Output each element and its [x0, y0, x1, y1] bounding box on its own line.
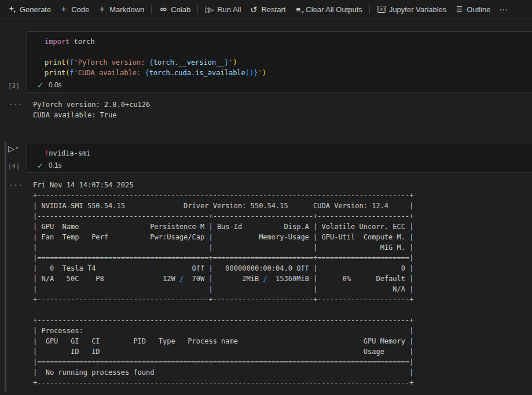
- cell-2-output-text: Fri Nov 14 14:07:54 2025+---------------…: [27, 180, 532, 388]
- output-line: | | | N/A |: [33, 284, 532, 294]
- outline-button[interactable]: ☰ Outline: [450, 3, 494, 16]
- outline-label: Outline: [467, 5, 490, 14]
- generate-button[interactable]: Generate: [3, 3, 55, 16]
- output-line: +---------------------------------------…: [33, 315, 532, 326]
- code-line: print(f'PyTorch version: {torch.__versio…: [45, 57, 532, 68]
- cell-1-duration: 0.0s: [49, 81, 62, 89]
- cell-1-output-gutter[interactable]: ···: [0, 99, 27, 120]
- toolbar-separator: [197, 5, 198, 14]
- restart-icon: ↺: [249, 5, 258, 14]
- cell-1-code[interactable]: import torchprint(f'PyTorch version: {to…: [27, 32, 532, 78]
- output-line: | | | MIG M. |: [33, 242, 532, 253]
- code-line: !nvidia-smi: [45, 148, 532, 158]
- token-txt: torch: [69, 38, 94, 46]
- code-line: [45, 47, 532, 57]
- token-fn: print: [45, 69, 65, 77]
- clear-all-outputs-button[interactable]: ≡ × Clear All Outputs: [289, 3, 366, 16]
- output-line: | N/A 50C P8 12W / 70W | 2MiB / 15360MiB…: [33, 274, 532, 284]
- cell-1-status-bar: ✓ 0.0s: [27, 78, 532, 92]
- more-actions-button[interactable]: ⋯: [495, 3, 512, 16]
- cell-2-editor: !nvidia-smi ✓ 0.1s: [27, 143, 532, 173]
- jupyter-variables-button[interactable]: (x) Jupyter Variables: [373, 3, 450, 16]
- output-line: | NVIDIA-SMI 550.54.15 Driver Version: 5…: [33, 201, 532, 211]
- path-link[interactable]: /: [263, 275, 267, 283]
- add-markdown-cell-button[interactable]: + Markdown: [93, 3, 148, 16]
- output-line: CUDA available: True: [33, 110, 532, 120]
- add-markdown-label: Markdown: [109, 5, 144, 14]
- token-fstr: f: [69, 69, 74, 77]
- token-b3: (: [245, 69, 250, 77]
- plus-icon: +: [59, 5, 68, 14]
- run-all-icon: ▷▷: [205, 5, 214, 14]
- cell-1-execution-count: [3]: [8, 82, 20, 90]
- generate-label: Generate: [20, 5, 51, 14]
- code-cell-2: ▷ ˅ [4] !nvidia-smi ✓ 0.1s: [0, 143, 532, 173]
- output-line: | GPU GI CI PID Type Process name GPU Me…: [33, 336, 532, 346]
- clear-all-icon: ≡ ×: [293, 5, 303, 14]
- cell-2-duration: 0.1s: [49, 161, 62, 169]
- variables-icon: (x): [377, 5, 386, 14]
- output-line: [33, 305, 532, 315]
- token-out: | N/A 50C P8 12W: [33, 275, 179, 283]
- run-all-label: Run All: [217, 5, 241, 14]
- colab-button[interactable]: ∞ Colab: [155, 3, 195, 16]
- cell-1-output: ··· PyTorch version: 2.8.0+cu126CUDA ava…: [0, 99, 532, 120]
- focused-cell-indicator: [5, 142, 6, 392]
- ellipsis-icon: ⋯: [499, 5, 508, 14]
- token-brc: {: [149, 58, 153, 67]
- outline-icon: ☰: [454, 5, 464, 14]
- token-brc: }: [254, 69, 258, 77]
- run-icon: ▷: [8, 144, 14, 153]
- notebook: [3] import torchprint(f'PyTorch version:…: [0, 19, 532, 388]
- cell-2-output-gutter[interactable]: ···: [0, 180, 27, 388]
- jupyter-variables-label: Jupyter Variables: [389, 5, 446, 14]
- code-cell-1: [3] import torchprint(f'PyTorch version:…: [0, 31, 532, 93]
- output-line: | Fan Temp Perf Pwr:Usage/Cap | Memory-U…: [33, 232, 532, 242]
- token-fstr: f: [69, 58, 74, 67]
- token-b1: ): [262, 69, 266, 77]
- cell-1-gutter: [3]: [0, 31, 27, 93]
- token-brc: {: [145, 69, 149, 77]
- token-out: 15360MiB | 0% Default |: [267, 275, 414, 283]
- token-var: torch.cuda.is_available: [149, 69, 245, 77]
- toolbar-separator: [369, 5, 370, 14]
- toolbar-separator: [151, 5, 152, 14]
- colab-label: Colab: [171, 5, 190, 14]
- output-line: +---------------------------------------…: [33, 294, 532, 305]
- output-line: | No running processes found |: [33, 367, 532, 378]
- chevron-down-icon: ˅: [16, 144, 19, 152]
- run-cell-button[interactable]: ▷ ˅: [8, 144, 19, 153]
- token-out: 70W | 2MiB: [184, 275, 263, 283]
- cell-2-gutter: ▷ ˅ [4]: [0, 143, 27, 173]
- token-str: ': [258, 69, 262, 77]
- cell-2-output: ··· Fri Nov 14 14:07:54 2025+-----------…: [0, 180, 532, 388]
- cell-2-code[interactable]: !nvidia-smi: [27, 143, 532, 158]
- output-line: | Processes: |: [33, 326, 532, 336]
- sparkle-icon: [8, 5, 17, 14]
- code-line: print(f'CUDA available: {torch.cuda.is_a…: [45, 68, 532, 78]
- run-all-button[interactable]: ▷▷ Run All: [201, 3, 245, 16]
- code-line: import torch: [45, 36, 532, 47]
- output-line: Fri Nov 14 14:07:54 2025: [33, 180, 532, 190]
- success-check-icon: ✓: [37, 81, 43, 90]
- clear-all-label: Clear All Outputs: [306, 5, 362, 14]
- output-line: +---------------------------------------…: [33, 378, 532, 388]
- output-line: | GPU Name Persistence-M | Bus-Id Disp.A…: [33, 222, 532, 232]
- output-line: PyTorch version: 2.8.0+cu126: [33, 99, 532, 110]
- restart-button[interactable]: ↺ Restart: [245, 3, 289, 16]
- code-cell-2-group: ▷ ˅ [4] !nvidia-smi ✓ 0.1s ··· Fri Nov 1…: [0, 143, 532, 388]
- cell-2-status-bar: ✓ 0.1s: [27, 158, 532, 172]
- cell-1-editor: import torchprint(f'PyTorch version: {to…: [27, 31, 532, 93]
- plus-icon: +: [97, 5, 107, 14]
- add-code-cell-button[interactable]: + Code: [55, 3, 93, 16]
- infinity-icon: ∞: [159, 5, 168, 14]
- output-line: | 0 Tesla T4 Off | 00000000:00:04.0 Off …: [33, 263, 532, 274]
- token-brc: }: [225, 58, 229, 67]
- success-check-icon: ✓: [37, 161, 43, 170]
- notebook-toolbar: Generate + Code + Markdown ∞ Colab ▷▷ Ru…: [0, 0, 532, 19]
- token-fn: print: [45, 58, 65, 67]
- output-line: |---------------------------------------…: [33, 211, 532, 222]
- cell-1-output-text: PyTorch version: 2.8.0+cu126CUDA availab…: [27, 99, 532, 120]
- restart-label: Restart: [261, 5, 285, 14]
- output-line: |=======================================…: [33, 253, 532, 263]
